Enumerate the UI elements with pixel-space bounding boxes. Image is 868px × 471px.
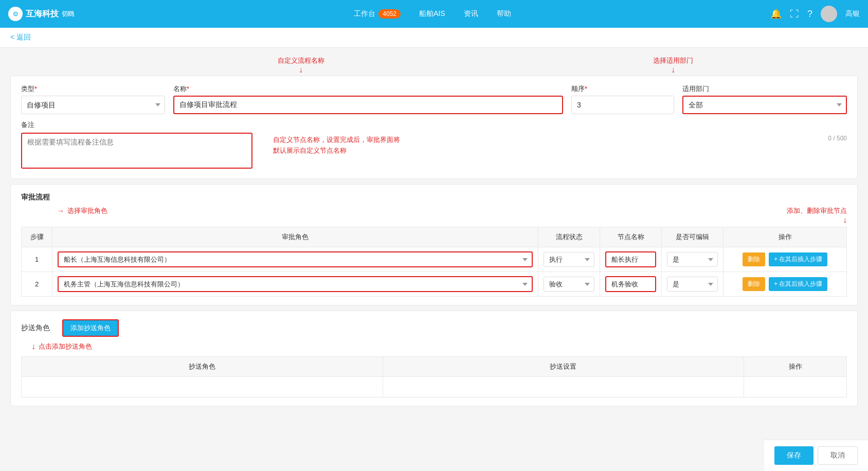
name-label: 名称* — [173, 84, 563, 94]
insert-btn-1[interactable]: + 在其后插入步骤 — [769, 252, 827, 266]
question-icon[interactable]: ? — [807, 9, 812, 20]
save-button[interactable]: 保存 — [774, 446, 813, 465]
form-row-remarks: 备注 自定义节点名称，设置完成后，审批界面将默认展示自定义节点名称 0 / 50… — [21, 120, 847, 170]
user-name: 高银 — [845, 9, 860, 19]
annotation-role: 选择审批角色 — [67, 206, 107, 215]
bell-icon[interactable]: 🔔 — [770, 8, 782, 20]
logo-text: 互海科技 — [26, 9, 59, 20]
form-group-dept: 适用部门 全部 — [682, 84, 847, 114]
step-1: 1 — [22, 247, 52, 272]
table-row: 2 机务主管（上海互海信息科技有限公司） 验收 — [22, 272, 847, 297]
annotation-name: 自定义流程名称 — [278, 56, 324, 65]
cc-annotation: ↓ 点击添加抄送角色 — [31, 342, 847, 351]
form-row-1: 类型* 自修项目 名称* 顺序* 适用部门 — [21, 84, 847, 114]
cc-empty-row — [22, 377, 847, 397]
col-role: 审批角色 — [52, 227, 538, 247]
delete-btn-1[interactable]: 删除 — [743, 252, 765, 266]
step-2: 2 — [22, 272, 52, 297]
col-action: 操作 — [724, 227, 847, 247]
status-cell-1: 执行 — [538, 247, 600, 272]
type-select[interactable]: 自修项目 — [21, 96, 165, 114]
node-cell-1 — [600, 247, 662, 272]
type-label: 类型* — [21, 84, 165, 94]
editable-select-2[interactable]: 是 — [667, 277, 718, 292]
header: ⊙ 互海科技 切鸥 工作台 4052 船舶AIS 资讯 帮助 🔔 ⛶ ? 高银 — [0, 0, 868, 28]
cc-table: 抄送角色 抄送设置 操作 — [21, 356, 847, 397]
annotation-add: 添加、删除审批节点 — [787, 207, 847, 214]
editable-cell-2: 是 — [662, 272, 724, 297]
form-group-name: 名称* — [173, 84, 563, 114]
approval-section-title: 审批流程 — [21, 193, 847, 202]
node-cell-2 — [600, 272, 662, 297]
role-select-1[interactable]: 船长（上海互海信息科技有限公司） — [58, 251, 533, 267]
footer: 保存 取消 — [764, 440, 868, 467]
cc-col-settings: 抄送设置 — [383, 357, 744, 377]
remarks-counter: 0 / 500 — [828, 135, 847, 142]
cc-header: 抄送角色 添加抄送角色 — [21, 319, 847, 337]
editable-select-1[interactable]: 是 — [667, 252, 718, 267]
logo-sub: 切鸥 — [62, 10, 74, 19]
table-row: 1 船长（上海互海信息科技有限公司） 执行 — [22, 247, 847, 272]
nav-item-workbench[interactable]: 工作台 4052 — [347, 6, 408, 22]
nav-item-help[interactable]: 帮助 — [490, 6, 518, 22]
insert-btn-2[interactable]: + 在其后插入步骤 — [769, 277, 827, 291]
status-cell-2: 验收 — [538, 272, 600, 297]
header-nav: 工作台 4052 船舶AIS 资讯 帮助 — [95, 6, 770, 22]
approval-table: 步骤 审批角色 流程状态 节点名称 是否可编辑 操作 1 船长（上海互海信息科技… — [21, 227, 847, 297]
order-input[interactable] — [571, 96, 674, 114]
remarks-input[interactable] — [21, 133, 252, 169]
header-right: 🔔 ⛶ ? 高银 — [770, 6, 860, 22]
col-step: 步骤 — [22, 227, 52, 247]
cc-col-action: 操作 — [744, 357, 847, 377]
status-select-1[interactable]: 执行 — [544, 252, 594, 267]
action-cell-2: 删除 + 在其后插入步骤 — [724, 272, 847, 297]
avatar[interactable] — [821, 6, 837, 22]
annotation-cc: 点击添加抄送角色 — [39, 342, 92, 351]
remarks-label: 备注 — [21, 120, 847, 130]
breadcrumb[interactable]: < 返回 — [0, 28, 868, 48]
role-cell-2: 机务主管（上海互海信息科技有限公司） — [52, 272, 538, 297]
name-input[interactable] — [173, 96, 563, 114]
dept-label: 适用部门 — [682, 84, 847, 94]
main-content: 自定义流程名称 ↓ 选择适用部门 ↓ 类型* 自修项目 名称* — [0, 48, 868, 467]
col-node: 节点名称 — [600, 227, 662, 247]
node-input-1[interactable] — [605, 251, 656, 267]
annotation-node: 自定义节点名称，设置完成后，审批界面将默认展示自定义节点名称 — [273, 135, 400, 156]
form-group-type: 类型* 自修项目 — [21, 84, 165, 114]
cancel-button[interactable]: 取消 — [818, 446, 858, 465]
action-cell-1: 删除 + 在其后插入步骤 — [724, 247, 847, 272]
node-input-2[interactable] — [605, 276, 656, 292]
cc-label: 抄送角色 — [21, 323, 50, 333]
cc-col-role: 抄送角色 — [22, 357, 383, 377]
logo-icon: ⊙ — [8, 7, 23, 21]
role-cell-1: 船长（上海互海信息科技有限公司） — [52, 247, 538, 272]
add-cc-button[interactable]: 添加抄送角色 — [62, 319, 119, 337]
expand-icon[interactable]: ⛶ — [790, 9, 799, 20]
status-select-2[interactable]: 验收 — [544, 277, 594, 292]
editable-cell-1: 是 — [662, 247, 724, 272]
form-group-order: 顺序* — [571, 84, 674, 114]
col-status: 流程状态 — [538, 227, 600, 247]
nav-badge: 4052 — [378, 9, 401, 19]
nav-item-news[interactable]: 资讯 — [457, 6, 485, 22]
role-select-2[interactable]: 机务主管（上海互海信息科技有限公司） — [58, 276, 533, 292]
order-label: 顺序* — [571, 84, 674, 94]
nav-item-ais[interactable]: 船舶AIS — [412, 6, 453, 22]
annotation-dept: 选择适用部门 — [653, 56, 693, 65]
dept-select[interactable]: 全部 — [682, 96, 847, 114]
logo: ⊙ 互海科技 切鸥 — [8, 7, 74, 21]
col-editable: 是否可编辑 — [662, 227, 724, 247]
delete-btn-2[interactable]: 删除 — [743, 277, 765, 291]
